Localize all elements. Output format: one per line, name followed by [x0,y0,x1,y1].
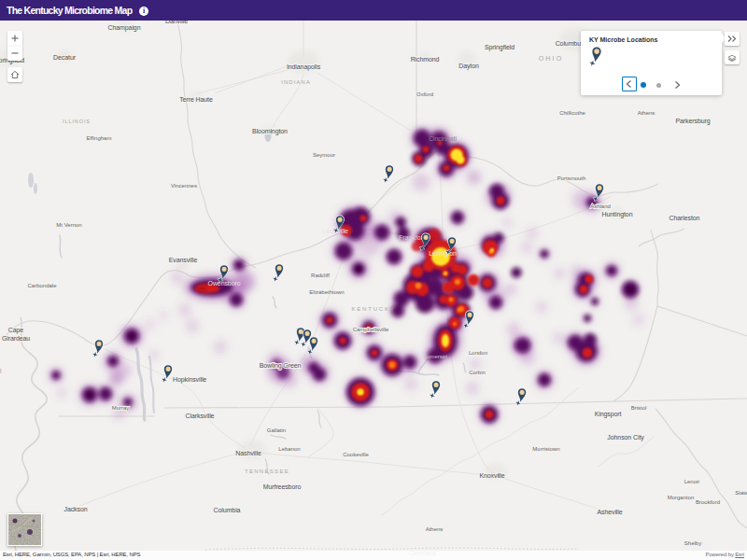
svg-text:Charleston: Charleston [669,215,700,221]
svg-text:Kingsport: Kingsport [595,411,622,418]
svg-text:Murfreesboro: Murfreesboro [263,483,302,490]
svg-text:Owensboro: Owensboro [208,280,241,287]
svg-text:Parkersburg: Parkersburg [675,118,710,125]
svg-text:Lenoir: Lenoir [684,479,700,484]
svg-text:Shelby: Shelby [684,540,701,546]
svg-text:Oxford: Oxford [416,91,433,97]
svg-text:Carbondale: Carbondale [27,283,57,288]
svg-text:MISSOURI: MISSOURI [0,368,3,374]
svg-text:Terre Haute: Terre Haute [179,96,213,103]
svg-text:Chillicothe: Chillicothe [559,110,585,116]
svg-text:Knoxville: Knoxville [479,472,504,479]
svg-text:Decatur: Decatur [53,54,77,61]
svg-text:Athens: Athens [638,110,655,116]
svg-text:Asheville: Asheville [597,509,622,515]
svg-text:Corbin: Corbin [469,370,486,375]
svg-text:Hopkinsville: Hopkinsville [173,376,206,384]
svg-text:Morganton: Morganton [668,495,695,500]
svg-text:KENTUCKY: KENTUCKY [351,306,395,312]
svg-text:Cincinnati: Cincinnati [429,135,457,142]
svg-text:OHIO: OHIO [539,55,564,62]
svg-text:TENNESSEE: TENNESSEE [245,469,289,474]
svg-text:Brookford: Brookford [696,499,720,505]
svg-text:Vincennes: Vincennes [171,183,197,189]
svg-text:ILLINOIS: ILLINOIS [63,119,91,124]
svg-text:Huntington: Huntington [602,211,633,218]
svg-text:Portsmouth: Portsmouth [557,175,586,181]
svg-text:Indianapolis: Indianapolis [287,63,321,71]
svg-text:Radcliff: Radcliff [311,273,330,278]
svg-text:Frankfort: Frankfort [399,234,425,241]
svg-text:Cookeville: Cookeville [343,452,369,457]
svg-text:Clarksville: Clarksville [186,413,215,419]
svg-text:Champaign: Champaign [108,24,141,32]
svg-text:Jackson: Jackson [64,506,88,512]
svg-text:Lebanon: Lebanon [278,446,300,452]
svg-text:Evansville: Evansville [169,257,198,263]
svg-text:Lexington: Lexington [429,250,457,258]
svg-text:Murray: Murray [112,405,130,411]
svg-text:Dayton: Dayton [458,63,479,70]
svg-text:Morristown: Morristown [532,446,559,452]
svg-text:Girardeau: Girardeau [2,335,30,342]
svg-text:Bristol: Bristol [631,405,647,411]
svg-text:Somerset: Somerset [423,354,447,359]
svg-text:Mt Vernon: Mt Vernon [56,222,81,228]
svg-text:Athens: Athens [426,526,444,532]
svg-text:Springfield: Springfield [485,44,514,51]
svg-text:Elizabethtown: Elizabethtown [309,289,344,295]
svg-text:Bloomington: Bloomington [252,128,288,135]
svg-text:Ashland: Ashland [590,203,611,209]
svg-text:Johnson City: Johnson City [607,434,644,441]
svg-text:Nashville: Nashville [235,450,261,456]
svg-text:Gallatin: Gallatin [267,427,286,433]
svg-text:Campbellsville: Campbellsville [353,327,389,332]
svg-text:Richmond: Richmond [411,56,440,63]
svg-text:Columbia: Columbia [214,507,241,513]
svg-text:INDIANA: INDIANA [281,79,310,85]
svg-text:Statesville: Statesville [735,490,747,496]
svg-text:Bowling Green: Bowling Green [260,362,302,370]
svg-text:Effingham: Effingham [87,135,112,141]
svg-text:Seymour: Seymour [313,152,335,158]
svg-text:London: London [469,350,487,356]
svg-text:Cape: Cape [8,327,24,334]
